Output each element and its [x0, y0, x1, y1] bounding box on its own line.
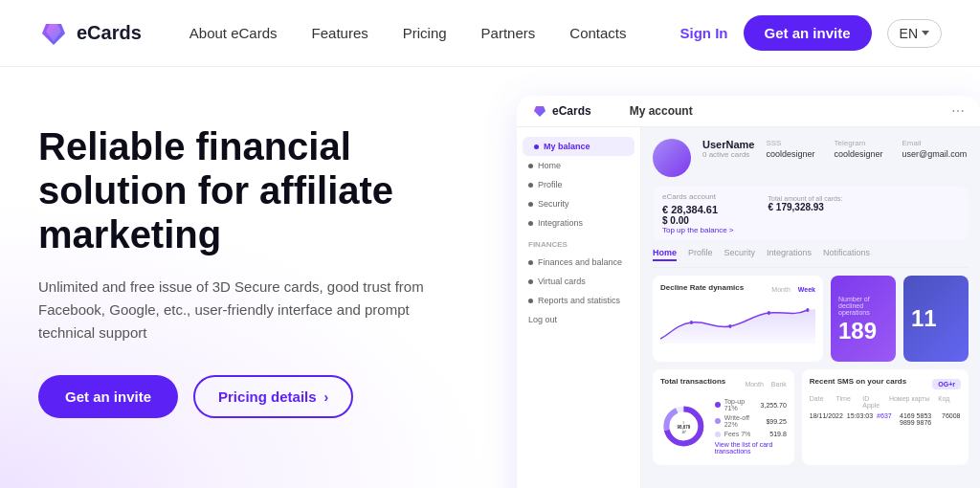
db-chart-week: Week — [798, 286, 815, 293]
db-transactions-panel: Total transactions Month Bank — [653, 369, 794, 465]
db-donut-legend: Top-up 71% 3,255.70 Write-off 22% $99.25 — [715, 398, 787, 455]
db-tab-home[interactable]: Home — [653, 248, 677, 261]
chevron-down-icon — [922, 31, 929, 35]
db-sidebar-security[interactable]: Security — [517, 194, 640, 213]
sidebar-label: Virtual cards — [538, 277, 586, 286]
nav-partners[interactable]: Partners — [481, 25, 536, 41]
db-stat-card-label-1: Number of declined operations — [838, 296, 888, 316]
dashboard-topbar: eCards My account ⋯ — [517, 96, 980, 127]
db-brand: eCards — [552, 104, 591, 118]
svg-marker-2 — [534, 106, 546, 117]
db-tab-notifications[interactable]: Notifications — [823, 248, 870, 261]
db-sidebar: My balance Home Profile Security — [517, 127, 641, 488]
db-sidebar-home[interactable]: Home — [517, 156, 640, 175]
db-view-transactions-link[interactable]: View the list of card transactions — [715, 441, 787, 455]
db-sms-panel: Recent SMS on your cards OG+r Date Time … — [802, 369, 969, 465]
sidebar-dot-icon — [528, 164, 533, 168]
db-topup-link[interactable]: Top up the balance > — [662, 226, 734, 234]
sign-in-button[interactable]: Sign In — [680, 25, 728, 41]
svg-text:.87: .87 — [681, 431, 686, 434]
hero-content: Reliable financial solution for affiliat… — [38, 105, 498, 488]
db-chart-month: Month — [771, 286, 790, 293]
db-logo: eCards — [532, 103, 591, 119]
logo[interactable]: eCards — [38, 18, 142, 49]
dashboard-wrapper: eCards My account ⋯ My balance Home — [517, 96, 980, 488]
svg-point-3 — [690, 321, 693, 324]
sidebar-label: Reports and statistics — [538, 296, 620, 305]
db-total-cards: Total amount of all cards: € 179,328.93 — [768, 192, 843, 212]
language-selector[interactable]: EN — [887, 19, 942, 48]
db-sms-row: 18/11/2022 15:03:03 #637 4169 5853 9899 … — [810, 412, 961, 426]
nav-contacts[interactable]: Contacts — [569, 25, 626, 41]
db-account-id-stat: SSS cooldesigner — [766, 139, 814, 166]
svg-text:98,679: 98,679 — [677, 425, 690, 430]
sidebar-dot-icon — [528, 260, 533, 265]
db-legend-writeoff: Write-off 22% $99.25 — [715, 414, 787, 428]
db-menu-dots[interactable]: ⋯ — [951, 103, 965, 119]
db-donut-chart: $ 98,679 .87 — [660, 395, 707, 457]
db-sms-header: Date Time ID Apple Номер карты Код — [810, 395, 961, 409]
db-legend-fees: Fees 7% 519.8 — [715, 431, 787, 437]
dashboard-body: My balance Home Profile Security — [517, 127, 980, 488]
db-telegram-value: cooldesigner — [834, 149, 882, 159]
brand-name: eCards — [77, 22, 142, 44]
hero-pricing-button[interactable]: Pricing details › — [193, 375, 353, 418]
db-tab-profile[interactable]: Profile — [688, 248, 713, 261]
nav-pricing[interactable]: Pricing — [403, 25, 447, 41]
svg-text:$: $ — [682, 421, 685, 425]
lang-label: EN — [900, 26, 918, 41]
legend-dot-icon — [715, 432, 721, 437]
db-user-sub: 0 active cards — [702, 150, 754, 159]
db-total-value: € 179,328.93 — [768, 202, 843, 212]
db-stat-card-189: Number of declined operations 189 — [831, 276, 896, 362]
db-sidebar-profile[interactable]: Profile — [517, 175, 640, 194]
legend-writeoff-value: $99.25 — [766, 418, 786, 425]
db-tab-integrations[interactable]: Integrations — [767, 248, 812, 261]
sidebar-dot-icon — [528, 279, 533, 284]
db-user-info: UserName 0 active cards — [702, 139, 754, 159]
navbar: eCards About eCards Features Pricing Par… — [0, 0, 980, 67]
db-section-title: My account — [630, 104, 693, 118]
db-sidebar-my-balance[interactable]: My balance — [523, 137, 635, 156]
db-sms-date: 18/11/2022 — [810, 412, 843, 426]
db-telegram-stat: Telegram cooldesigner — [834, 139, 882, 166]
db-tabs: Home Profile Security Integrations Notif… — [653, 248, 969, 268]
db-balance-title: eCards account — [662, 192, 734, 201]
db-sidebar-integrations[interactable]: Integrations — [517, 213, 640, 233]
db-trans-tab-month[interactable]: Month — [745, 381, 763, 388]
db-email-stat: Email user@gmail.com — [902, 139, 968, 166]
db-total-label: Total amount of all cards: — [768, 195, 843, 202]
db-sms-col-code: Код — [938, 395, 961, 409]
sidebar-dot-icon — [528, 221, 533, 226]
db-avatar — [653, 139, 691, 177]
legend-dot-icon — [715, 402, 721, 408]
db-stat-card-value-1: 189 — [838, 320, 888, 343]
db-trans-tab-bank[interactable]: Bank — [771, 381, 787, 388]
db-euro-value: € 28,384.61 — [662, 204, 734, 215]
hero-get-invite-button[interactable]: Get an invite — [38, 375, 178, 418]
sidebar-dot-icon — [528, 202, 533, 207]
legend-topup-value: 3,255.70 — [761, 402, 787, 409]
db-legend-topup: Top-up 71% 3,255.70 — [715, 398, 787, 411]
db-tab-security[interactable]: Security — [724, 248, 756, 261]
db-sms-badge: OG+r — [932, 379, 961, 389]
db-sidebar-logout[interactable]: Log out — [517, 310, 640, 329]
arrow-right-icon: › — [324, 389, 329, 405]
svg-point-5 — [768, 311, 770, 315]
db-transactions-title: Total transactions — [660, 377, 725, 386]
db-sidebar-finances[interactable]: Finances and balance — [517, 253, 640, 272]
db-sidebar-virtual-cards[interactable]: Virtual cards — [517, 272, 640, 291]
db-donut-container: $ 98,679 .87 Top-up 71% — [660, 395, 787, 457]
db-sms-id: #637 — [877, 412, 896, 426]
dashboard-mockup: eCards My account ⋯ My balance Home — [517, 96, 942, 488]
nav-features[interactable]: Features — [312, 25, 368, 41]
get-invite-button[interactable]: Get an invite — [744, 15, 872, 51]
hero-subtitle: Unlimited and free issue of 3D Secure ca… — [38, 276, 440, 344]
db-sidebar-reports[interactable]: Reports and statistics — [517, 291, 640, 310]
db-legend: Top-up 71% 3,255.70 Write-off 22% $99.25 — [715, 398, 787, 437]
db-ecards-balance: eCards account € 28,384.61 $ 0.00 Top up… — [662, 192, 734, 234]
db-decline-chart: Decline Rate dynamics Month Week — [653, 276, 823, 362]
db-main-content: UserName 0 active cards SSS cooldesigner… — [641, 127, 980, 488]
legend-writeoff-label: Write-off 22% — [724, 414, 763, 428]
nav-about[interactable]: About eCards — [189, 25, 278, 41]
